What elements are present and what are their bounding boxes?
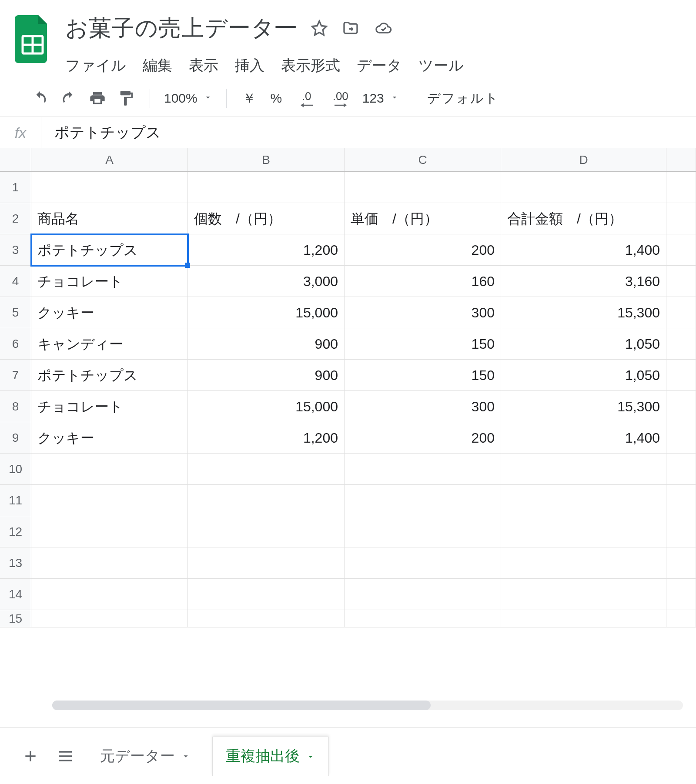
cell-D2[interactable]: 合計金額 /（円）: [501, 203, 666, 234]
cell-C14[interactable]: [345, 579, 501, 610]
row-header[interactable]: 6: [0, 328, 31, 360]
cell-B9[interactable]: 1,200: [188, 422, 345, 454]
cell-A15[interactable]: [31, 610, 188, 627]
cell-C8[interactable]: 300: [345, 391, 501, 422]
cell-A2[interactable]: 商品名: [31, 203, 188, 234]
cell-E2[interactable]: [666, 203, 696, 234]
cell-D14[interactable]: [501, 579, 666, 610]
add-sheet-button[interactable]: [17, 743, 44, 769]
row-header[interactable]: 12: [0, 516, 31, 547]
cell-B15[interactable]: [188, 610, 345, 627]
cell-A3[interactable]: ポテトチップス: [31, 234, 188, 266]
cell-E1[interactable]: [666, 172, 696, 203]
row-header[interactable]: 10: [0, 454, 31, 485]
cell-E4[interactable]: [666, 266, 696, 297]
row-header[interactable]: 9: [0, 422, 31, 454]
sheets-logo[interactable]: [13, 13, 52, 65]
zoom-select[interactable]: 100%: [164, 91, 212, 106]
star-icon[interactable]: [311, 20, 328, 37]
row-header[interactable]: 11: [0, 485, 31, 516]
cell-D15[interactable]: [501, 610, 666, 627]
horizontal-scrollbar[interactable]: [52, 701, 683, 710]
cell-E10[interactable]: [666, 454, 696, 485]
cell-B14[interactable]: [188, 579, 345, 610]
row-header[interactable]: 4: [0, 266, 31, 297]
cell-D11[interactable]: [501, 485, 666, 516]
cell-C10[interactable]: [345, 454, 501, 485]
percent-button[interactable]: %: [268, 91, 285, 106]
cell-C2[interactable]: 単価 /（円）: [345, 203, 501, 234]
cell-B13[interactable]: [188, 547, 345, 579]
document-title[interactable]: お菓子の売上データ一: [65, 13, 298, 43]
menu-insert[interactable]: 挿入: [235, 56, 264, 76]
select-all-corner[interactable]: [0, 148, 31, 171]
cell-E7[interactable]: [666, 360, 696, 391]
cell-B11[interactable]: [188, 485, 345, 516]
cell-E15[interactable]: [666, 610, 696, 627]
cell-A9[interactable]: クッキー: [31, 422, 188, 454]
move-folder-icon[interactable]: [341, 20, 360, 37]
cell-A7[interactable]: ポテトチップス: [31, 360, 188, 391]
currency-button[interactable]: ￥: [241, 90, 258, 107]
cell-E5[interactable]: [666, 297, 696, 328]
all-sheets-button[interactable]: [52, 743, 78, 769]
cell-C13[interactable]: [345, 547, 501, 579]
cell-A4[interactable]: チョコレート: [31, 266, 188, 297]
row-header[interactable]: 3: [0, 234, 31, 266]
cell-A14[interactable]: [31, 579, 188, 610]
cell-B7[interactable]: 900: [188, 360, 345, 391]
cell-D7[interactable]: 1,050: [501, 360, 666, 391]
cell-D10[interactable]: [501, 454, 666, 485]
paint-format-icon[interactable]: [117, 89, 136, 108]
cell-E9[interactable]: [666, 422, 696, 454]
col-header-D[interactable]: D: [501, 148, 666, 171]
row-header[interactable]: 15: [0, 610, 31, 627]
cell-B3[interactable]: 1,200: [188, 234, 345, 266]
menu-format[interactable]: 表示形式: [281, 56, 340, 76]
menu-view[interactable]: 表示: [189, 56, 218, 76]
cell-A1[interactable]: [31, 172, 188, 203]
row-header[interactable]: 14: [0, 579, 31, 610]
cell-E8[interactable]: [666, 391, 696, 422]
menu-edit[interactable]: 編集: [143, 56, 172, 76]
row-header[interactable]: 2: [0, 203, 31, 234]
scrollbar-thumb[interactable]: [52, 701, 431, 710]
sheet-tab-1[interactable]: 重複抽出後: [212, 737, 329, 776]
cell-A12[interactable]: [31, 516, 188, 547]
cell-E13[interactable]: [666, 547, 696, 579]
cell-D12[interactable]: [501, 516, 666, 547]
cell-D6[interactable]: 1,050: [501, 328, 666, 360]
cell-C6[interactable]: 150: [345, 328, 501, 360]
cell-D3[interactable]: 1,400: [501, 234, 666, 266]
col-header-extra[interactable]: [666, 148, 696, 171]
cell-C7[interactable]: 150: [345, 360, 501, 391]
cell-C4[interactable]: 160: [345, 266, 501, 297]
decrease-decimal-button[interactable]: .0: [294, 89, 319, 108]
cell-A10[interactable]: [31, 454, 188, 485]
row-header[interactable]: 7: [0, 360, 31, 391]
number-format-select[interactable]: 123: [362, 91, 399, 106]
cell-A13[interactable]: [31, 547, 188, 579]
cell-C5[interactable]: 300: [345, 297, 501, 328]
row-header[interactable]: 8: [0, 391, 31, 422]
cell-B2[interactable]: 個数 /（円）: [188, 203, 345, 234]
cell-D13[interactable]: [501, 547, 666, 579]
cell-E12[interactable]: [666, 516, 696, 547]
cell-B10[interactable]: [188, 454, 345, 485]
col-header-B[interactable]: B: [188, 148, 345, 171]
cell-D1[interactable]: [501, 172, 666, 203]
cell-E11[interactable]: [666, 485, 696, 516]
cell-C15[interactable]: [345, 610, 501, 627]
cell-D5[interactable]: 15,300: [501, 297, 666, 328]
cloud-saved-icon[interactable]: [373, 20, 394, 37]
menu-data[interactable]: データ: [357, 56, 402, 76]
cell-B8[interactable]: 15,000: [188, 391, 345, 422]
cell-C9[interactable]: 200: [345, 422, 501, 454]
col-header-C[interactable]: C: [345, 148, 501, 171]
menu-file[interactable]: ファイル: [65, 56, 126, 76]
menu-tools[interactable]: ツール: [418, 56, 464, 76]
font-select[interactable]: デフォルト: [427, 90, 499, 107]
cell-C1[interactable]: [345, 172, 501, 203]
formula-input[interactable]: ポテトチップス: [41, 123, 161, 143]
undo-icon[interactable]: [30, 89, 50, 108]
